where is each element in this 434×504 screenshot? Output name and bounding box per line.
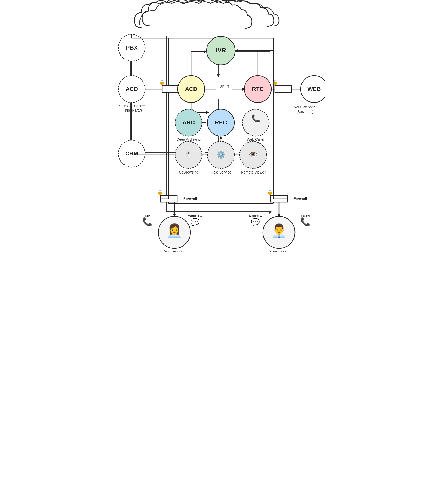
svg-text:📞: 📞 (300, 217, 311, 227)
svg-text:👩‍💼: 👩‍💼 (166, 223, 183, 238)
svg-text:Web Caller: Web Caller (247, 137, 265, 141)
svg-text:REC: REC (215, 119, 227, 126)
svg-text:WebRTC: WebRTC (248, 214, 262, 218)
svg-marker-69 (204, 50, 207, 53)
svg-text:🔒: 🔒 (267, 189, 273, 195)
svg-point-97 (242, 109, 269, 136)
svg-marker-89 (206, 111, 209, 114)
svg-text:👨‍💼: 👨‍💼 (271, 223, 287, 238)
svg-text:(Business): (Business) (296, 109, 313, 114)
svg-text:ACD: ACD (185, 86, 197, 92)
svg-text:CRM: CRM (125, 150, 138, 157)
svg-text:Your Users: Your Users (269, 249, 289, 252)
svg-text:ARC: ARC (182, 119, 195, 126)
svg-text:PBX: PBX (126, 44, 138, 51)
svg-text:Remote Viewer: Remote Viewer (241, 170, 266, 174)
svg-text:Your Website: Your Website (294, 105, 316, 109)
svg-text:📞: 📞 (251, 114, 260, 123)
svg-marker-113 (219, 136, 222, 139)
svg-text:🖱️: 🖱️ (184, 150, 194, 159)
main-diagram-svg: PBX ACD Your Call Center (Third Party) C… (109, 0, 326, 252)
svg-text:WebRTC: WebRTC (188, 214, 202, 218)
svg-text:ACD: ACD (126, 86, 138, 92)
svg-rect-56 (162, 86, 179, 92)
diagram-container: PBX ACD Your Call Center (Third Party) C… (109, 0, 326, 252)
svg-text:IVR: IVR (216, 47, 226, 54)
svg-text:💬: 💬 (191, 218, 200, 226)
svg-rect-77 (275, 86, 291, 92)
svg-text:🔒: 🔒 (272, 79, 278, 85)
svg-text:👁️: 👁️ (249, 150, 258, 159)
svg-text:Firewall: Firewall (183, 196, 197, 200)
svg-text:Your Agents: Your Agents (164, 249, 185, 252)
svg-text:SPLIT: SPLIT (220, 85, 229, 89)
svg-text:Deep Archiving: Deep Archiving (176, 137, 201, 141)
svg-marker-86 (235, 49, 238, 52)
svg-text:🔒: 🔒 (157, 189, 163, 195)
svg-text:📞: 📞 (142, 217, 152, 227)
svg-text:🔒: 🔒 (159, 79, 165, 85)
svg-text:💬: 💬 (251, 218, 260, 226)
svg-text:CoBrowsing: CoBrowsing (179, 170, 198, 174)
svg-text:⚙️: ⚙️ (216, 150, 226, 159)
svg-text:Field Service: Field Service (211, 170, 231, 174)
svg-text:RTC: RTC (252, 86, 264, 92)
svg-text:WEB: WEB (307, 86, 321, 92)
svg-text:Firewall: Firewall (293, 196, 307, 200)
